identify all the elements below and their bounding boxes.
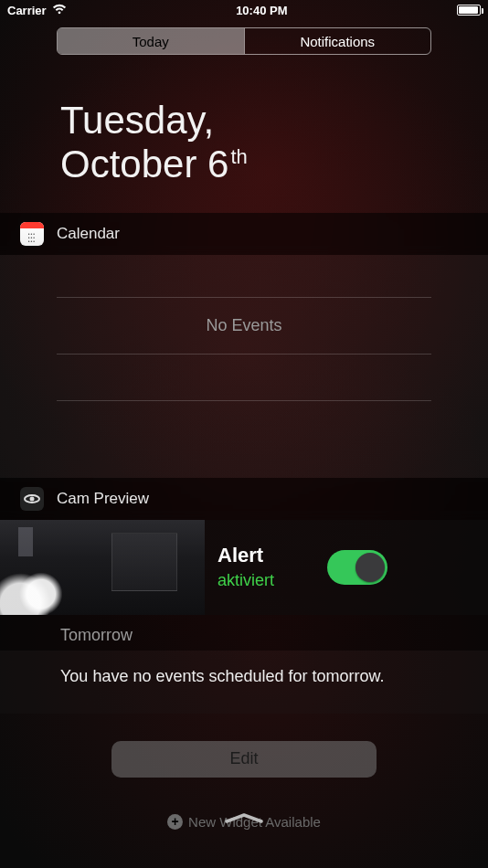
toggle-knob — [355, 553, 385, 582]
wifi-icon — [52, 4, 67, 17]
cam-alert-label: Alert — [217, 544, 274, 567]
carrier-label: Carrier — [7, 4, 47, 17]
calendar-divider — [57, 354, 431, 355]
clock: 10:40 PM — [236, 4, 287, 17]
date-day: 6 — [207, 143, 228, 185]
battery-icon — [457, 5, 481, 16]
today-notifications-segmented: Today Notifications — [57, 27, 431, 55]
cam-title: Cam Preview — [57, 490, 149, 508]
cam-widget-body: Alert aktiviert — [0, 520, 488, 615]
tab-notifications[interactable]: Notifications — [244, 28, 431, 54]
calendar-widget-body: No Events — [0, 255, 488, 478]
calendar-title: Calendar — [57, 225, 120, 243]
edit-row: Edit — [0, 714, 488, 783]
date-header: Tuesday, October 6th — [0, 55, 488, 213]
date-month: October — [60, 143, 196, 185]
cam-status-label: aktiviert — [217, 571, 274, 590]
tab-today[interactable]: Today — [58, 28, 244, 54]
date-weekday: Tuesday, — [60, 99, 428, 143]
cam-alert-toggle[interactable] — [327, 550, 387, 585]
cam-widget-header: Cam Preview — [0, 478, 488, 520]
grabber-handle[interactable] — [225, 813, 263, 824]
date-ordinal: th — [230, 145, 247, 168]
calendar-widget-header: Calendar — [0, 213, 488, 255]
cam-icon — [20, 487, 44, 511]
calendar-empty-label: No Events — [57, 298, 431, 354]
cam-thumbnail[interactable] — [0, 520, 205, 615]
calendar-icon — [20, 222, 44, 246]
tomorrow-heading: Tomorrow — [0, 615, 488, 651]
cam-info: Alert aktiviert — [205, 544, 274, 590]
calendar-divider — [57, 400, 431, 401]
status-bar: Carrier 10:40 PM — [0, 0, 488, 20]
tomorrow-body: You have no events scheduled for tomorro… — [0, 651, 488, 714]
edit-button[interactable]: Edit — [111, 741, 377, 778]
plus-icon: + — [167, 814, 183, 830]
